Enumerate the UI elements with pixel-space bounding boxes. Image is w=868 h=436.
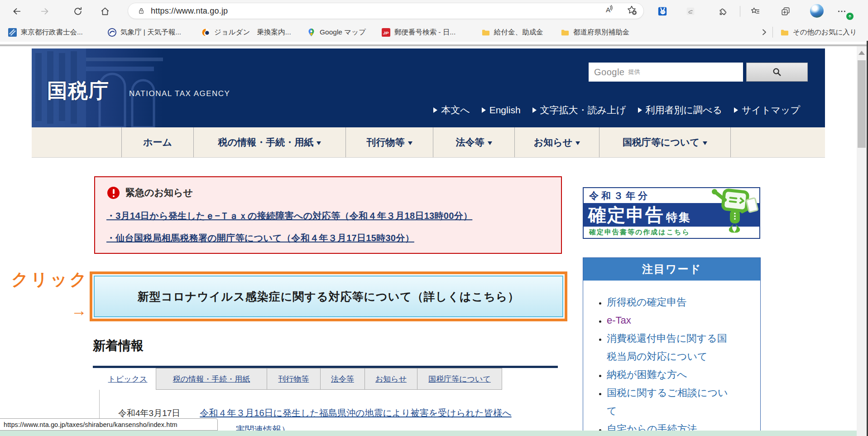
- site-logo-text[interactable]: 国税庁: [47, 78, 110, 104]
- puzzle-icon: [718, 6, 728, 16]
- home-button[interactable]: [99, 5, 111, 17]
- address-bar[interactable]: https://www.nta.go.jp A: [128, 3, 644, 19]
- tab-label: 国税庁等について: [428, 374, 491, 384]
- extension-generic-icon: [686, 6, 695, 16]
- status-url-text: https://www.nta.go.jp/taxes/shiraberu/ka…: [4, 421, 177, 428]
- tab-laws[interactable]: 法令等: [320, 368, 365, 390]
- header-quick-links: 本文へ English 文字拡大・読み上げ 利用者別に調べる サイトマップ: [433, 104, 800, 116]
- link-riyoshabetsu[interactable]: 利用者別に調べる: [638, 104, 722, 116]
- kakutei-year: 令和３年分: [589, 189, 650, 202]
- up-arrow-icon: [848, 14, 852, 19]
- news-tabs: トピックス 税の情報・手続・用紙 刊行物等 法令等 お知らせ 国税庁等について: [99, 368, 502, 390]
- tab-about-nta[interactable]: 国税庁等について: [417, 368, 502, 390]
- kakutei-title: 確定申告: [588, 203, 664, 228]
- keyword-link-sodan[interactable]: 国税に関するご相談について: [607, 384, 734, 420]
- refresh-button[interactable]: [72, 5, 84, 17]
- back-button[interactable]: [11, 5, 23, 17]
- keyword-link-shotokuzei[interactable]: 所得税の確定申告: [607, 293, 734, 311]
- bookmark-google-maps[interactable]: Google マップ: [307, 25, 366, 39]
- news-item-link[interactable]: 令和４年３月16日に発生した福島県沖の地震により被害を受けられた皆様へ: [200, 407, 511, 419]
- tab-label: 刊行物等: [278, 374, 309, 384]
- tab-publications[interactable]: 刊行物等: [267, 368, 321, 390]
- status-bar-url-tooltip: https://www.nta.go.jp/taxes/shiraberu/ka…: [0, 418, 218, 431]
- nav-label: 法令等: [456, 136, 484, 149]
- jorudan-favicon: [201, 28, 210, 37]
- extension-postoffice-button[interactable]: [657, 5, 668, 17]
- bookmark-folder-kyufukin[interactable]: 給付金、助成金: [481, 25, 543, 39]
- kakutei-shinkoku-banner[interactable]: 令和３年分 確定申告 特集 確定申告書等の作成はこちら: [583, 187, 760, 239]
- read-aloud-button[interactable]: A: [604, 5, 615, 17]
- scrollbar-thumb[interactable]: [858, 60, 866, 148]
- tab-label: トピックス: [108, 374, 148, 384]
- nav-label: 国税庁等について: [623, 136, 700, 149]
- keyword-link-nozei[interactable]: 納税が困難な方へ: [607, 366, 734, 384]
- dropdown-caret-icon: [488, 141, 492, 145]
- keywords-list: 所得税の確定申告 e-Tax 消費税還付申告に関する国税当局の対応について 納税…: [607, 293, 734, 436]
- tab-topics[interactable]: トピックス: [99, 368, 156, 390]
- chevron-right-icon: [761, 29, 768, 36]
- home-icon: [100, 6, 110, 16]
- star-add-icon: [626, 5, 637, 15]
- link-english[interactable]: English: [482, 105, 521, 116]
- nav-label: ホーム: [143, 136, 172, 149]
- keyword-link-etax[interactable]: e-Tax: [607, 311, 734, 329]
- tab-notices[interactable]: お知らせ: [364, 368, 417, 390]
- nav-publications[interactable]: 刊行物等: [346, 127, 433, 157]
- bookmark-jma[interactable]: 気象庁 | 天気予報...: [108, 25, 181, 39]
- add-favorite-button[interactable]: [626, 5, 637, 17]
- site-search-button[interactable]: [746, 63, 808, 82]
- link-sitemap[interactable]: サイトマップ: [734, 104, 800, 116]
- scrollbar-up-arrow[interactable]: [858, 51, 865, 55]
- bookmark-label: 気象庁 | 天気予報...: [120, 28, 181, 37]
- bookmark-jorudan[interactable]: ジョルダン 乗換案内...: [201, 25, 291, 39]
- emergency-notice-box: 緊急のお知らせ ・3月14日から発生したｅ−Ｔａｘの接続障害への対応等（令和４年…: [94, 176, 562, 254]
- tab-label: 法令等: [331, 374, 354, 384]
- covid-banner-highlight: 新型コロナウイルス感染症に関する対応等について（詳しくはこちら）: [90, 271, 567, 321]
- nav-notices[interactable]: お知らせ: [515, 127, 599, 157]
- search-icon: [772, 67, 782, 77]
- svg-text:JP: JP: [383, 30, 389, 35]
- annotation-click-label: クリック: [11, 268, 89, 291]
- nav-about-nta[interactable]: 国税庁等について: [599, 127, 731, 157]
- page-content: 国税庁 NATIONAL TAX AGENCY Google 提供 本文へ En…: [0, 46, 868, 436]
- favorites-button[interactable]: [749, 5, 761, 17]
- emergency-link-sendai[interactable]: ・仙台国税局相馬税務署の開庁等について（令和４年３月17日15時30分）: [106, 232, 414, 244]
- google-maps-pin-icon: [307, 28, 316, 37]
- quick-link-label: 利用者別に調べる: [646, 104, 722, 116]
- keyword-link-shohizei[interactable]: 消費税還付申告に関する国税当局の対応について: [607, 329, 734, 366]
- vertical-scrollbar[interactable]: [857, 46, 867, 436]
- bookmark-folder-hojokin[interactable]: 都道府県別補助金: [561, 25, 629, 39]
- other-favorites-button[interactable]: その他のお気に入り: [780, 25, 857, 39]
- bookmark-postal-code[interactable]: JP 郵便番号検索 - 日...: [382, 25, 456, 39]
- link-honbun[interactable]: 本文へ: [433, 104, 470, 116]
- forward-button[interactable]: [39, 5, 51, 17]
- bookmark-gyoseishoshi[interactable]: 東京都行政書士会...: [8, 25, 83, 39]
- extension-rabbit-icon: [657, 6, 667, 16]
- profile-avatar[interactable]: [810, 4, 824, 18]
- alert-icon: [107, 187, 120, 199]
- site-search-input[interactable]: Google 提供: [589, 63, 743, 82]
- tab-tax-info[interactable]: 税の情報・手続・用紙: [156, 368, 267, 390]
- nav-laws[interactable]: 法令等: [433, 127, 515, 157]
- emergency-title: 緊急のお知らせ: [125, 186, 193, 199]
- dropdown-caret-icon: [575, 141, 580, 145]
- nav-label: お知らせ: [534, 136, 572, 149]
- link-mojikakudai[interactable]: 文字拡大・読み上げ: [532, 104, 626, 116]
- nav-tax-info[interactable]: 税の情報・手続・用紙: [194, 127, 346, 157]
- site-header: 国税庁 NATIONAL TAX AGENCY Google 提供 本文へ En…: [32, 48, 825, 127]
- collections-button[interactable]: [780, 5, 791, 17]
- bookmarks-bar: 東京都行政書士会... 気象庁 | 天気予報... ジョルダン 乗換案内... …: [0, 23, 868, 42]
- annotation-arrow: →: [71, 301, 87, 320]
- news-item-date: 令和4年3月17日: [118, 407, 180, 419]
- bookmarks-overflow-chevron[interactable]: [761, 28, 768, 38]
- emergency-link-etax[interactable]: ・3月14日から発生したｅ−Ｔａｘの接続障害への対応等（令和４年３月18日13時…: [106, 210, 472, 222]
- bookmark-label: Google マップ: [320, 28, 366, 37]
- arrow-right-icon: [734, 107, 738, 113]
- covid-banner-link[interactable]: 新型コロナウイルス感染症に関する対応等について（詳しくはこちら）: [94, 276, 563, 317]
- url-text: https://www.nta.go.jp: [151, 6, 228, 16]
- favorites-list-icon: [750, 6, 760, 16]
- extension-secondary-button[interactable]: [685, 5, 696, 17]
- nav-home[interactable]: ホーム: [122, 127, 194, 157]
- extensions-button[interactable]: [717, 5, 729, 17]
- browser-chrome: https://www.nta.go.jp A: [0, 0, 868, 42]
